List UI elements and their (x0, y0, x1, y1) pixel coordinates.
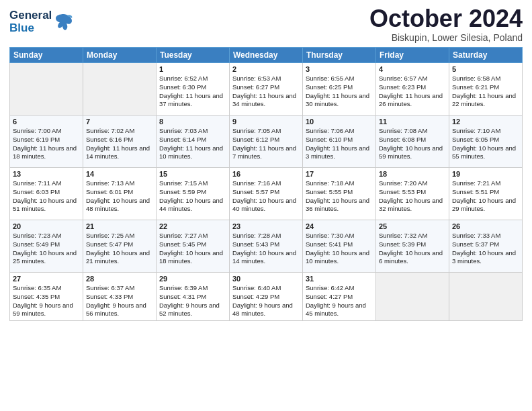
day-number: 14 (86, 170, 153, 178)
cell-content: Sunrise: 7:13 AMSunset: 6:01 PMDaylight:… (86, 179, 153, 214)
cell-content: Sunrise: 7:33 AMSunset: 5:37 PMDaylight:… (452, 232, 519, 266)
col-saturday: Saturday (449, 48, 523, 63)
col-friday: Friday (376, 48, 449, 63)
cell-content: Sunrise: 7:20 AMSunset: 5:53 PMDaylight:… (379, 179, 446, 214)
calendar-cell: 24Sunrise: 7:30 AMSunset: 5:41 PMDayligh… (303, 220, 376, 273)
day-number: 11 (379, 118, 446, 126)
calendar-cell (449, 273, 523, 321)
calendar-cell: 29Sunrise: 6:39 AMSunset: 4:31 PMDayligh… (157, 273, 230, 321)
day-number: 26 (452, 222, 519, 230)
calendar-cell: 12Sunrise: 7:10 AMSunset: 6:05 PMDayligh… (449, 116, 523, 168)
day-number: 28 (86, 275, 153, 283)
cell-content: Sunrise: 7:30 AMSunset: 5:41 PMDaylight:… (306, 232, 373, 266)
calendar-cell: 10Sunrise: 7:06 AMSunset: 6:10 PMDayligh… (303, 116, 376, 168)
day-number: 29 (159, 275, 226, 283)
cell-content: Sunrise: 6:57 AMSunset: 6:23 PMDaylight:… (379, 75, 446, 109)
calendar-cell: 26Sunrise: 7:33 AMSunset: 5:37 PMDayligh… (449, 220, 523, 273)
calendar-week-1: 1Sunrise: 6:52 AMSunset: 6:30 PMDaylight… (10, 63, 523, 116)
calendar-cell: 11Sunrise: 7:08 AMSunset: 6:08 PMDayligh… (376, 116, 449, 168)
calendar-cell: 25Sunrise: 7:32 AMSunset: 5:39 PMDayligh… (376, 220, 449, 273)
day-number: 17 (306, 170, 373, 178)
cell-content: Sunrise: 7:05 AMSunset: 6:12 PMDaylight:… (232, 127, 300, 161)
calendar-cell: 5Sunrise: 6:58 AMSunset: 6:21 PMDaylight… (449, 63, 523, 116)
day-number: 19 (452, 170, 519, 178)
day-number: 20 (13, 222, 80, 230)
calendar-cell: 15Sunrise: 7:15 AMSunset: 5:59 PMDayligh… (157, 168, 230, 220)
day-number: 27 (13, 275, 80, 283)
calendar-cell: 23Sunrise: 7:28 AMSunset: 5:43 PMDayligh… (230, 220, 303, 273)
calendar-cell: 7Sunrise: 7:02 AMSunset: 6:16 PMDaylight… (83, 116, 157, 168)
cell-content: Sunrise: 7:11 AMSunset: 6:03 PMDaylight:… (13, 179, 80, 214)
calendar-cell: 28Sunrise: 6:37 AMSunset: 4:33 PMDayligh… (83, 273, 157, 321)
calendar-week-2: 6Sunrise: 7:00 AMSunset: 6:19 PMDaylight… (10, 116, 523, 168)
calendar-cell: 8Sunrise: 7:03 AMSunset: 6:14 PMDaylight… (157, 116, 230, 168)
col-sunday: Sunday (10, 48, 83, 63)
cell-content: Sunrise: 7:18 AMSunset: 5:55 PMDaylight:… (306, 179, 373, 214)
header: General Blue October 2024 Biskupin, Lowe… (9, 7, 523, 43)
cell-content: Sunrise: 6:39 AMSunset: 4:31 PMDaylight:… (159, 284, 226, 318)
day-number: 16 (232, 170, 300, 178)
title-area: October 2024 Biskupin, Lower Silesia, Po… (369, 7, 523, 43)
cell-content: Sunrise: 7:02 AMSunset: 6:16 PMDaylight:… (86, 127, 153, 161)
day-number: 12 (452, 118, 519, 126)
cell-content: Sunrise: 7:10 AMSunset: 6:05 PMDaylight:… (452, 127, 519, 161)
page: General Blue October 2024 Biskupin, Lowe… (0, 0, 532, 411)
calendar-cell: 18Sunrise: 7:20 AMSunset: 5:53 PMDayligh… (376, 168, 449, 220)
cell-content: Sunrise: 6:53 AMSunset: 6:27 PMDaylight:… (232, 75, 300, 109)
day-number: 4 (379, 65, 446, 73)
cell-content: Sunrise: 7:00 AMSunset: 6:19 PMDaylight:… (13, 127, 80, 161)
cell-content: Sunrise: 7:21 AMSunset: 5:51 PMDaylight:… (452, 179, 519, 214)
calendar-cell: 6Sunrise: 7:00 AMSunset: 6:19 PMDaylight… (10, 116, 83, 168)
cell-content: Sunrise: 6:37 AMSunset: 4:33 PMDaylight:… (86, 284, 153, 318)
calendar-cell (10, 63, 83, 116)
calendar-cell (83, 63, 157, 116)
day-number: 8 (159, 118, 226, 126)
calendar-cell: 4Sunrise: 6:57 AMSunset: 6:23 PMDaylight… (376, 63, 449, 116)
day-number: 31 (306, 275, 373, 283)
cell-content: Sunrise: 7:27 AMSunset: 5:45 PMDaylight:… (159, 232, 226, 266)
day-number: 9 (232, 118, 300, 126)
col-wednesday: Wednesday (230, 48, 303, 63)
col-thursday: Thursday (303, 48, 376, 63)
cell-content: Sunrise: 7:32 AMSunset: 5:39 PMDaylight:… (379, 232, 446, 266)
calendar-cell: 30Sunrise: 6:40 AMSunset: 4:29 PMDayligh… (230, 273, 303, 321)
cell-content: Sunrise: 7:06 AMSunset: 6:10 PMDaylight:… (306, 127, 373, 161)
logo-text: General Blue (9, 9, 75, 34)
calendar-week-3: 13Sunrise: 7:11 AMSunset: 6:03 PMDayligh… (10, 168, 523, 220)
calendar-week-5: 27Sunrise: 6:35 AMSunset: 4:35 PMDayligh… (10, 273, 523, 321)
calendar-table: Sunday Monday Tuesday Wednesday Thursday… (9, 47, 523, 321)
cell-content: Sunrise: 7:08 AMSunset: 6:08 PMDaylight:… (379, 127, 446, 161)
calendar-cell: 22Sunrise: 7:27 AMSunset: 5:45 PMDayligh… (157, 220, 230, 273)
day-number: 1 (159, 65, 226, 73)
header-row: Sunday Monday Tuesday Wednesday Thursday… (10, 48, 523, 63)
cell-content: Sunrise: 6:35 AMSunset: 4:35 PMDaylight:… (13, 284, 80, 318)
calendar-cell: 9Sunrise: 7:05 AMSunset: 6:12 PMDaylight… (230, 116, 303, 168)
day-number: 30 (232, 275, 300, 283)
calendar-cell: 21Sunrise: 7:25 AMSunset: 5:47 PMDayligh… (83, 220, 157, 273)
month-title: October 2024 (369, 7, 523, 31)
col-tuesday: Tuesday (157, 48, 230, 63)
location: Biskupin, Lower Silesia, Poland (369, 32, 523, 43)
day-number: 5 (452, 65, 519, 73)
cell-content: Sunrise: 6:52 AMSunset: 6:30 PMDaylight:… (159, 75, 226, 109)
calendar-cell: 3Sunrise: 6:55 AMSunset: 6:25 PMDaylight… (303, 63, 376, 116)
calendar-cell: 31Sunrise: 6:42 AMSunset: 4:27 PMDayligh… (303, 273, 376, 321)
cell-content: Sunrise: 7:25 AMSunset: 5:47 PMDaylight:… (86, 232, 153, 266)
day-number: 13 (13, 170, 80, 178)
day-number: 7 (86, 118, 153, 126)
day-number: 22 (159, 222, 226, 230)
calendar-cell: 17Sunrise: 7:18 AMSunset: 5:55 PMDayligh… (303, 168, 376, 220)
cell-content: Sunrise: 6:58 AMSunset: 6:21 PMDaylight:… (452, 75, 519, 109)
calendar-cell: 14Sunrise: 7:13 AMSunset: 6:01 PMDayligh… (83, 168, 157, 220)
logo-bird-icon (53, 11, 75, 33)
logo: General Blue (9, 9, 75, 34)
calendar-cell (376, 273, 449, 321)
day-number: 10 (306, 118, 373, 126)
day-number: 21 (86, 222, 153, 230)
day-number: 24 (306, 222, 373, 230)
cell-content: Sunrise: 7:03 AMSunset: 6:14 PMDaylight:… (159, 127, 226, 161)
day-number: 3 (306, 65, 373, 73)
calendar-cell: 13Sunrise: 7:11 AMSunset: 6:03 PMDayligh… (10, 168, 83, 220)
day-number: 2 (232, 65, 300, 73)
cell-content: Sunrise: 6:42 AMSunset: 4:27 PMDaylight:… (306, 284, 373, 318)
